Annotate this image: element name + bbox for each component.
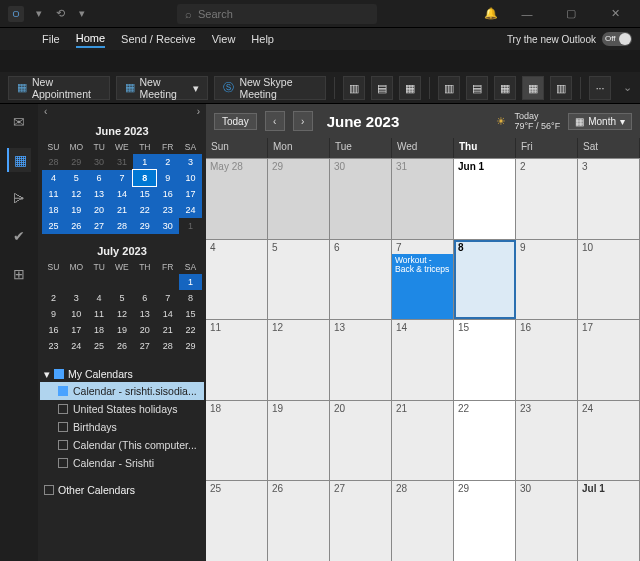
try-outlook-toggle[interactable] (602, 32, 632, 46)
prev-month-icon[interactable]: ‹ (44, 106, 47, 118)
mini-day[interactable]: 1 (179, 274, 202, 290)
day-cell[interactable]: 8 (454, 240, 516, 320)
day-cell[interactable]: 25 (206, 481, 268, 561)
day-cell[interactable]: 27 (330, 481, 392, 561)
mini-day[interactable]: 11 (42, 186, 65, 202)
calendar-item[interactable]: Calendar - srishti.sisodia... (40, 382, 204, 400)
mini-day[interactable]: 29 (133, 218, 156, 234)
day-cell[interactable]: 14 (392, 320, 454, 400)
tasks-icon[interactable]: ✔ (7, 224, 31, 248)
arrange-button-2[interactable]: ▤ (466, 76, 488, 100)
view-button-2[interactable]: ▤ (371, 76, 393, 100)
mini-day[interactable]: 4 (42, 170, 65, 186)
view-selector[interactable]: ▦Month▾ (568, 113, 632, 130)
mini-day[interactable]: 14 (156, 306, 179, 322)
view-button-3[interactable]: ▦ (399, 76, 421, 100)
view-button-1[interactable]: ▥ (343, 76, 365, 100)
other-checkbox[interactable] (44, 485, 54, 495)
day-cell[interactable]: 16 (516, 320, 578, 400)
mini-day[interactable]: 19 (111, 322, 134, 338)
calendar-item[interactable]: United States holidays (40, 400, 204, 418)
minimize-button[interactable]: — (510, 8, 544, 20)
mini-day[interactable]: 30 (156, 218, 179, 234)
more-rail-icon[interactable]: ⊞ (7, 262, 31, 286)
day-cell[interactable]: 29 (268, 159, 330, 239)
mini-day[interactable]: 5 (65, 170, 88, 186)
day-cell[interactable]: 18 (206, 401, 268, 481)
mini-day[interactable]: 3 (65, 290, 88, 306)
search-box[interactable]: ⌕ Search (177, 4, 377, 24)
mini-day[interactable]: 1 (179, 218, 202, 234)
day-cell[interactable]: 28 (392, 481, 454, 561)
mini-day[interactable]: 18 (42, 202, 65, 218)
day-cell[interactable]: 12 (268, 320, 330, 400)
mini-day[interactable]: 17 (65, 322, 88, 338)
today-button[interactable]: Today (214, 113, 257, 130)
day-cell[interactable]: 4 (206, 240, 268, 320)
mini-day[interactable]: 11 (88, 306, 111, 322)
undo-icon[interactable]: ⟲ (54, 5, 67, 22)
calendar-item[interactable]: Calendar - Srishti (40, 454, 204, 472)
mini-day[interactable]: 10 (179, 170, 202, 186)
ribbon-chevron-icon[interactable]: ⌄ (623, 81, 632, 94)
mail-icon[interactable]: ✉ (7, 110, 31, 134)
day-cell[interactable]: 24 (578, 401, 640, 481)
mini-day[interactable]: 27 (133, 338, 156, 354)
arrange-button-5[interactable]: ▥ (550, 76, 572, 100)
mini-day[interactable]: 20 (88, 202, 111, 218)
day-cell[interactable]: 30 (330, 159, 392, 239)
mini-day[interactable]: 24 (65, 338, 88, 354)
mini-day[interactable]: 21 (156, 322, 179, 338)
day-cell[interactable]: 6 (330, 240, 392, 320)
mini-day[interactable]: 17 (179, 186, 202, 202)
mini-day[interactable]: 19 (65, 202, 88, 218)
mini-day[interactable] (133, 274, 156, 290)
mini-day[interactable]: 28 (156, 338, 179, 354)
mini-day[interactable]: 6 (88, 170, 111, 186)
mini-day[interactable]: 29 (65, 154, 88, 170)
day-cell[interactable]: Jun 1 (454, 159, 516, 239)
mini-day[interactable]: 12 (111, 306, 134, 322)
day-cell[interactable]: 10 (578, 240, 640, 320)
day-cell[interactable]: 21 (392, 401, 454, 481)
mini-day[interactable] (88, 274, 111, 290)
mini-day[interactable]: 12 (65, 186, 88, 202)
other-calendars-header[interactable]: Other Calendars (40, 482, 204, 498)
calendar-rail-icon[interactable]: ▦ (7, 148, 31, 172)
mini-day[interactable]: 16 (42, 322, 65, 338)
mini-day[interactable]: 22 (133, 202, 156, 218)
menu-view[interactable]: View (212, 31, 236, 47)
mini-day[interactable]: 6 (133, 290, 156, 306)
my-calendars-header[interactable]: ▾My Calendars (40, 366, 204, 382)
mini-day[interactable]: 2 (156, 154, 179, 170)
calendar-checkbox[interactable] (58, 386, 68, 396)
menu-help[interactable]: Help (251, 31, 274, 47)
mini-day[interactable]: 26 (111, 338, 134, 354)
calendar-checkbox[interactable] (58, 440, 68, 450)
mini-day[interactable]: 5 (111, 290, 134, 306)
mini-day[interactable] (156, 274, 179, 290)
mini-day[interactable]: 26 (65, 218, 88, 234)
mini-day[interactable]: 25 (88, 338, 111, 354)
mini-day[interactable]: 24 (179, 202, 202, 218)
mini-day[interactable]: 16 (156, 186, 179, 202)
mini-day[interactable]: 15 (133, 186, 156, 202)
mini-day[interactable]: 25 (42, 218, 65, 234)
day-cell[interactable]: 17 (578, 320, 640, 400)
mini-day[interactable]: 28 (42, 154, 65, 170)
dropdown-icon[interactable]: ▾ (34, 5, 44, 22)
new-skype-meeting-button[interactable]: ⓈNew Skype Meeting (214, 76, 326, 100)
day-cell[interactable]: 31 (392, 159, 454, 239)
more-button[interactable]: ··· (589, 76, 611, 100)
calendar-checkbox[interactable] (58, 458, 68, 468)
calendar-event[interactable]: Workout - Back & triceps (392, 254, 453, 320)
mini-day[interactable] (65, 274, 88, 290)
mini-day[interactable]: 10 (65, 306, 88, 322)
mini-day[interactable]: 27 (88, 218, 111, 234)
calendar-checkbox[interactable] (58, 422, 68, 432)
mini-day[interactable]: 22 (179, 322, 202, 338)
day-cell[interactable]: 11 (206, 320, 268, 400)
mini-day[interactable]: 8 (133, 170, 156, 186)
day-cell[interactable]: 29 (454, 481, 516, 561)
mini-day[interactable]: 31 (111, 154, 134, 170)
